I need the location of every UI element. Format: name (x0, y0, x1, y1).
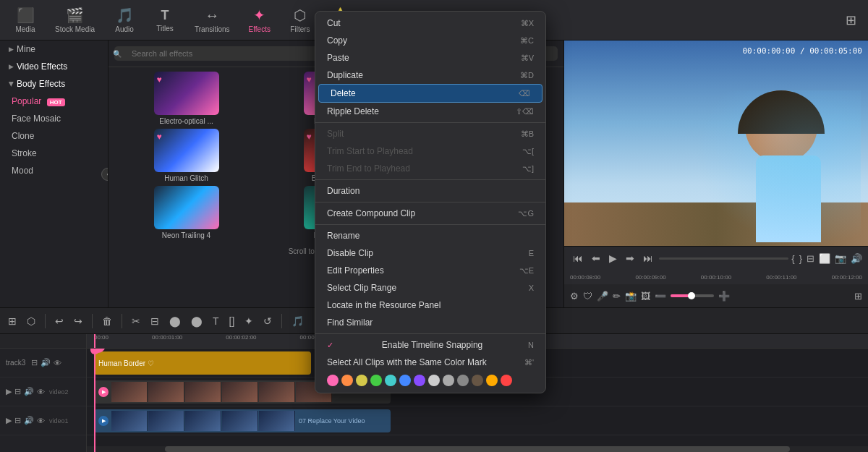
ctx-paste[interactable]: Paste ⌘V (315, 49, 545, 67)
toolbar-media[interactable]: ⬛ Media (6, 4, 45, 36)
text-timeline-icon[interactable]: T (210, 313, 221, 329)
ctx-cut[interactable]: Cut ⌘X (315, 14, 545, 32)
track-video1-icon3[interactable]: 🔊 (24, 416, 34, 425)
image-icon[interactable]: 🖼 (641, 291, 650, 302)
zoom-in-icon[interactable]: ➕ (718, 291, 730, 302)
effects-timeline-icon[interactable]: ✦ (242, 313, 255, 329)
color-swatch-blue[interactable] (399, 375, 411, 386)
redo-icon[interactable]: ↪ (72, 313, 85, 329)
toolbar-audio[interactable]: 🎵 Audio (105, 4, 144, 36)
layout-icon[interactable]: ⊞ (854, 291, 862, 302)
trim-right-icon[interactable]: ⬤ (189, 313, 205, 329)
sidebar-subitem-popular[interactable]: Popular HOT (0, 93, 108, 110)
preview-forward-frame-button[interactable]: ➡ (623, 251, 637, 265)
sidebar-item-video-effects[interactable]: ▶ Video Effects (0, 58, 108, 75)
effect-item-neon-trailing[interactable]: Neon Trailing 4 (113, 186, 260, 240)
track-3-icon2[interactable]: 🔊 (41, 358, 51, 367)
color-swatch-light-gray[interactable] (428, 375, 440, 386)
settings-icon[interactable]: ⚙ (570, 291, 579, 302)
color-swatch-yellow[interactable] (356, 375, 367, 386)
preview-bracket-right-icon[interactable]: } (799, 253, 802, 264)
undo-icon[interactable]: ↩ (53, 313, 66, 329)
track-video2-icon3[interactable]: 🔊 (24, 387, 34, 396)
timeline-playhead[interactable] (94, 349, 95, 452)
color-swatch-brown[interactable] (472, 375, 483, 386)
effect-item-human-glitch[interactable]: ♥ Human Glitch (113, 129, 260, 183)
ctx-select-clip-range[interactable]: Select Clip Range X (315, 279, 545, 297)
edit-icon[interactable]: ✏ (613, 291, 621, 302)
color-swatch-teal[interactable] (385, 375, 396, 386)
preview-back-frame-button[interactable]: ⬅ (589, 251, 603, 265)
timeline-scrollbar[interactable] (87, 446, 868, 452)
toolbar-titles[interactable]: T Titles (145, 5, 184, 35)
ctx-rename[interactable]: Rename (315, 227, 545, 244)
snap-icon[interactable]: ⬡ (25, 313, 38, 329)
preview-rewind-button[interactable]: ⏮ (570, 251, 586, 265)
bracket-timeline-icon[interactable]: [] (227, 313, 237, 329)
ctx-find-similar[interactable]: Find Similar (315, 314, 545, 331)
ctx-copy[interactable]: Copy ⌘C (315, 32, 545, 49)
track-video1-icon2[interactable]: ⊟ (14, 416, 21, 425)
ctx-disable-clip[interactable]: Disable Clip E (315, 244, 545, 262)
color-swatch-green[interactable] (370, 375, 382, 386)
track-3-icon3[interactable]: 👁 (54, 359, 61, 367)
sidebar-item-body-effects[interactable]: ▶ Body Effects (0, 75, 108, 93)
delete-timeline-icon[interactable]: 🗑 (100, 313, 114, 329)
preview-fullscreen-icon[interactable]: ⬜ (819, 253, 830, 264)
ctx-locate-resource[interactable]: Locate in the Resource Panel (315, 297, 545, 314)
preview-bracket-left-icon[interactable]: { (791, 253, 794, 264)
track-3-icon1[interactable]: ⊟ (31, 358, 38, 367)
track-video2-icon2[interactable]: ⊟ (14, 387, 21, 396)
toolbar-transitions[interactable]: ↔ Transitions (186, 4, 239, 36)
color-swatch-dark-gray[interactable] (457, 375, 469, 386)
clip-sky-video[interactable]: ▶ 07 Replace Your Video (94, 409, 391, 432)
shield-icon[interactable]: 🛡 (583, 291, 592, 302)
mic-icon[interactable]: 🎤 (597, 291, 608, 302)
effect-item-electro[interactable]: ♥ Electro-optical ... (113, 72, 260, 126)
sidebar-subitem-mood[interactable]: Mood (0, 162, 108, 179)
ctx-create-compound[interactable]: Create Compound Clip ⌥G (315, 205, 545, 222)
color-swatch-red[interactable] (501, 375, 512, 386)
preview-volume-icon[interactable]: 🔊 (851, 253, 862, 264)
color-swatch-mid-gray[interactable] (443, 375, 454, 386)
ctx-enable-snapping[interactable]: ✓ Enable Timeline Snapping N (315, 336, 545, 354)
color-swatch-purple[interactable] (414, 375, 425, 386)
ctx-ripple-delete[interactable]: Ripple Delete ⇧⌫ (315, 103, 545, 120)
ctx-select-same-color[interactable]: Select All Clips with the Same Color Mar… (315, 354, 545, 371)
toolbar-filters[interactable]: ⬡ Filters (281, 4, 320, 36)
zoom-slider[interactable] (671, 294, 714, 297)
track-video1-icon4[interactable]: 👁 (37, 417, 45, 425)
preview-crop-icon[interactable]: ⊟ (807, 253, 814, 264)
preview-play-button[interactable]: ▶ (606, 251, 620, 265)
refresh-timeline-icon[interactable]: ↺ (261, 313, 274, 329)
split-audio-icon[interactable]: 🎵 (289, 313, 306, 329)
preview-camera-icon[interactable]: 📷 (835, 253, 846, 264)
add-track-icon[interactable]: ⊞ (6, 313, 19, 329)
cut-timeline-icon[interactable]: ✂ (129, 313, 142, 329)
zoom-out-icon[interactable]: ➖ (655, 291, 666, 302)
crop-timeline-icon[interactable]: ⊟ (148, 313, 161, 329)
color-swatch-amber[interactable] (486, 375, 498, 386)
toolbar-effects[interactable]: ✦ Effects (240, 4, 279, 36)
track-video1-icon1[interactable]: ▶ (6, 416, 12, 425)
zoom-handle[interactable] (688, 292, 695, 299)
sidebar-subitem-clone[interactable]: Clone (0, 127, 108, 145)
ctx-delete[interactable]: Delete ⌫ (318, 84, 542, 103)
ctx-edit-properties[interactable]: Edit Properties ⌥E (315, 262, 545, 279)
track-video2-icon4[interactable]: 👁 (37, 388, 45, 396)
sidebar-subitem-stroke[interactable]: Stroke (0, 145, 108, 162)
preview-forward-end-button[interactable]: ⏭ (640, 251, 656, 265)
grid-view-icon[interactable]: ⊞ (840, 9, 862, 31)
timeline-scrollbar-thumb[interactable] (165, 446, 790, 452)
camera2-icon[interactable]: 📸 (625, 291, 637, 302)
toolbar-stock[interactable]: 🎬 Stock Media (46, 4, 103, 36)
ctx-duration[interactable]: Duration (315, 182, 545, 200)
track-video2-icon1[interactable]: ▶ (6, 387, 12, 396)
sidebar-subitem-face-mosaic[interactable]: Face Mosaic (0, 110, 108, 127)
color-swatch-pink[interactable] (327, 375, 339, 386)
clip-human-border[interactable]: Human Border ♡ (94, 351, 311, 375)
ctx-duplicate[interactable]: Duplicate ⌘D (315, 67, 545, 84)
color-swatch-orange[interactable] (341, 375, 353, 386)
sidebar-item-mine[interactable]: ▶ Mine (0, 40, 108, 58)
trim-left-icon[interactable]: ⬤ (167, 313, 183, 329)
